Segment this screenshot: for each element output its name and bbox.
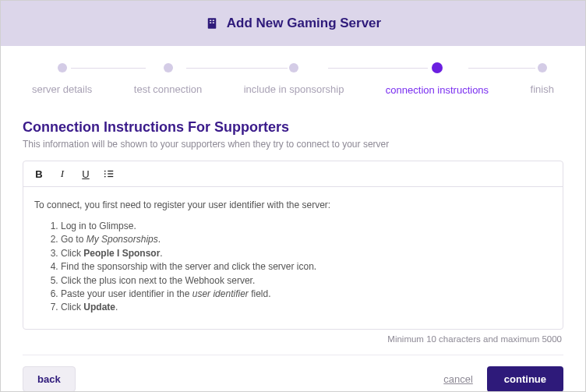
cancel-link[interactable]: cancel (443, 373, 473, 385)
svg-point-5 (104, 171, 106, 172)
list-button[interactable] (103, 168, 115, 180)
svg-rect-3 (213, 20, 214, 22)
editor-step-item: Log in to Glimpse. (61, 220, 552, 233)
step-label: connection instructions (386, 84, 489, 96)
continue-button[interactable]: continue (487, 366, 563, 392)
step-test-connection[interactable]: test connection (134, 63, 202, 95)
svg-rect-4 (213, 23, 214, 24)
character-limit-hint: Minimum 10 characters and maximum 5000 (23, 334, 563, 344)
svg-point-9 (104, 176, 106, 178)
svg-rect-2 (210, 23, 211, 24)
step-include-sponsorship[interactable]: include in sponsorship (244, 63, 344, 95)
editor-intro: To connect, you first need to register y… (34, 198, 552, 212)
step-finish[interactable]: finish (531, 63, 554, 95)
editor-step-item: Click Update. (61, 301, 552, 314)
svg-rect-0 (208, 18, 217, 29)
editor-step-item: Find the sponsorship with the server and… (61, 260, 552, 274)
section-subtitle: This information will be shown to your s… (23, 139, 563, 150)
divider (23, 355, 563, 355)
modal-title: Add New Gaming Server (227, 16, 381, 31)
rich-text-editor: B I U To connect, you first need to regi… (23, 161, 563, 330)
step-dot (58, 63, 67, 72)
step-dot (538, 63, 547, 72)
svg-rect-1 (210, 20, 211, 22)
editor-content[interactable]: To connect, you first need to register y… (23, 187, 563, 329)
step-label: finish (531, 83, 554, 95)
step-dot (432, 62, 443, 73)
content-area: Connection Instructions For Supporters T… (1, 110, 585, 344)
underline-button[interactable]: U (79, 168, 92, 180)
back-button[interactable]: back (23, 366, 76, 392)
editor-step-item: Paste your user identifier in the user i… (61, 288, 552, 301)
action-bar: back cancel continue (1, 366, 585, 392)
editor-step-item: Click People I Sponsor. (61, 247, 552, 260)
bold-button[interactable]: B (33, 168, 45, 180)
actions-right: cancel continue (443, 366, 563, 392)
italic-button[interactable]: I (56, 168, 69, 180)
section-title: Connection Instructions For Supporters (23, 119, 563, 136)
wizard-stepper: server details test connection include i… (1, 46, 585, 110)
server-icon (205, 16, 219, 30)
editor-step-item: Click the plus icon next to the Webhook … (61, 274, 552, 288)
step-label: server details (32, 83, 92, 95)
editor-toolbar: B I U (23, 161, 563, 187)
editor-step-item: Go to My Sponsorships. (61, 233, 552, 246)
step-dot (289, 63, 298, 72)
svg-point-7 (104, 173, 106, 175)
step-connection-instructions[interactable]: connection instructions (386, 63, 489, 96)
step-label: test connection (134, 83, 202, 95)
step-server-details[interactable]: server details (32, 63, 92, 95)
step-label: include in sponsorship (244, 83, 344, 95)
step-dot (164, 63, 173, 72)
modal-header: Add New Gaming Server (1, 1, 585, 46)
editor-steps-list: Log in to Glimpse.Go to My Sponsorships.… (61, 220, 552, 315)
